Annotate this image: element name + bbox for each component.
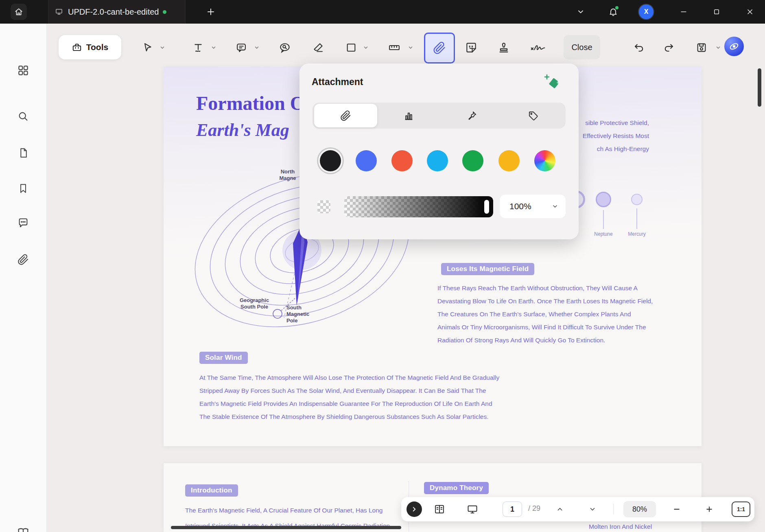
next-page-button[interactable]: [586, 502, 599, 516]
opacity-value: 100%: [509, 201, 531, 211]
swatch-blue[interactable]: [356, 150, 377, 171]
redo-button[interactable]: [662, 41, 675, 55]
save-button[interactable]: [695, 41, 708, 55]
attachment-panel-title: Attachment: [312, 77, 363, 88]
document-tab[interactable]: UPDF-2.0-cant-be-edited: [48, 0, 186, 24]
text-tool[interactable]: [191, 41, 205, 55]
opacity-gradient: [344, 196, 493, 217]
mercury-label: Mercury: [621, 231, 653, 237]
swatch-black[interactable]: [320, 150, 341, 171]
expand-bar-button[interactable]: [407, 501, 422, 517]
south-magnetic-pole-label: South Magnetic Pole: [286, 304, 327, 324]
badge-solar-wind: Solar Wind: [199, 352, 248, 364]
close-window-button[interactable]: [743, 4, 757, 19]
search-note-tool[interactable]: [278, 41, 292, 55]
swatch-rainbow[interactable]: [534, 150, 555, 171]
zoom-value: 80%: [632, 505, 647, 514]
swatch-green[interactable]: [462, 150, 483, 171]
actual-size-button[interactable]: 1:1: [732, 501, 750, 517]
bookmark-icon[interactable]: [16, 182, 30, 195]
comment-tool-chevron[interactable]: [254, 44, 260, 51]
dynamo-fragment: Molten Iron And Nickel: [589, 520, 652, 532]
swatch-red[interactable]: [391, 150, 413, 171]
ruler-tool[interactable]: [387, 41, 401, 55]
previous-page-button[interactable]: [553, 502, 567, 516]
paperclip-icon[interactable]: [16, 253, 30, 267]
square-shape-chevron[interactable]: [363, 44, 369, 51]
tools-button-label: Tools: [86, 42, 108, 52]
tab-attachment[interactable]: [314, 104, 377, 127]
zoom-out-button[interactable]: [670, 502, 684, 516]
minimize-button[interactable]: [676, 4, 691, 19]
doc-fragment-2: Effectively Resists Most: [576, 129, 649, 142]
close-button-label: Close: [571, 43, 592, 52]
unsaved-changes-dot: [163, 10, 166, 14]
paragraph-solar-wind: At The Same Time, The Atmosphere Will Al…: [199, 371, 503, 423]
apps-grid-icon[interactable]: [16, 63, 30, 77]
text-tool-chevron[interactable]: [211, 44, 217, 51]
tools-button[interactable]: Tools: [59, 35, 121, 59]
attachment-panel: Attachment: [299, 63, 579, 239]
comment-tool[interactable]: [234, 41, 248, 55]
tab-pin[interactable]: [440, 103, 503, 129]
opacity-slider-handle[interactable]: [484, 200, 489, 214]
titlebar-chevron-down[interactable]: [573, 4, 588, 19]
signature-tool[interactable]: [529, 41, 547, 55]
ai-assistant-button[interactable]: [724, 37, 744, 56]
chevron-down-icon: [552, 203, 558, 210]
search-icon[interactable]: [16, 109, 30, 123]
square-shape-tool[interactable]: [344, 41, 358, 55]
add-attachment-icon[interactable]: [543, 72, 562, 90]
select-tool[interactable]: [141, 41, 155, 55]
horizontal-scrollbar[interactable]: [171, 526, 401, 529]
avatar-letter: X: [644, 8, 649, 15]
notifications-button[interactable]: [606, 4, 621, 19]
ruler-tool-chevron[interactable]: [408, 44, 414, 51]
tab-tag[interactable]: [502, 103, 565, 129]
eraser-tool[interactable]: [311, 41, 325, 55]
sticker-tool[interactable]: [464, 41, 478, 55]
tab-chart[interactable]: [377, 103, 440, 129]
doc-heading-line1: Formation O: [196, 92, 305, 114]
badge-introduction: Introduction: [185, 484, 238, 497]
toolbox-icon: [72, 42, 82, 53]
stamp-tool[interactable]: [497, 41, 511, 55]
zoom-in-button[interactable]: [702, 502, 716, 516]
planet-mercury: [631, 194, 643, 205]
planet-neptune: [596, 192, 611, 207]
book-view-button[interactable]: [433, 502, 446, 516]
user-avatar[interactable]: X: [639, 4, 654, 19]
badge-loses-magnetic-field: Loses Its Magnetic Field: [441, 263, 534, 275]
neptune-label: Neptune: [587, 231, 620, 237]
attachment-tool[interactable]: [424, 33, 455, 63]
mercury-tick: [636, 208, 637, 229]
swatch-cyan[interactable]: [427, 150, 448, 171]
ratio-label: 1:1: [737, 506, 745, 512]
monitor-icon: [55, 8, 63, 16]
maximize-button[interactable]: [709, 4, 724, 19]
select-tool-chevron[interactable]: [160, 44, 166, 51]
reader-mode-icon[interactable]: [16, 526, 30, 532]
page-number-input[interactable]: [503, 501, 522, 517]
doc-fragment-3: ch As High-Energy: [576, 142, 649, 155]
new-tab-button[interactable]: [203, 4, 218, 19]
close-button[interactable]: Close: [564, 35, 600, 59]
updf-app: Formation O Earth's Mag North Magne Geog…: [0, 0, 765, 532]
notification-dot: [615, 6, 619, 9]
home-button[interactable]: [11, 4, 27, 20]
titlebar: UPDF-2.0-cant-be-edited X: [0, 0, 765, 24]
opacity-dropdown[interactable]: 100%: [500, 195, 566, 218]
save-chevron[interactable]: [715, 44, 722, 51]
zoom-level-button[interactable]: 80%: [623, 501, 656, 517]
file-icon[interactable]: [16, 146, 30, 160]
attachment-type-tabs: [313, 103, 566, 129]
vertical-scrollbar[interactable]: [758, 68, 761, 107]
page-navigation-bar: / 29 80% 1:1: [401, 497, 754, 521]
tab-title: UPDF-2.0-cant-be-edited: [68, 7, 159, 17]
transparency-chip[interactable]: [317, 200, 330, 213]
undo-button[interactable]: [632, 41, 646, 55]
presentation-button[interactable]: [466, 502, 479, 516]
comment-icon[interactable]: [16, 216, 30, 230]
opacity-slider[interactable]: [344, 196, 493, 217]
swatch-yellow[interactable]: [498, 150, 520, 171]
